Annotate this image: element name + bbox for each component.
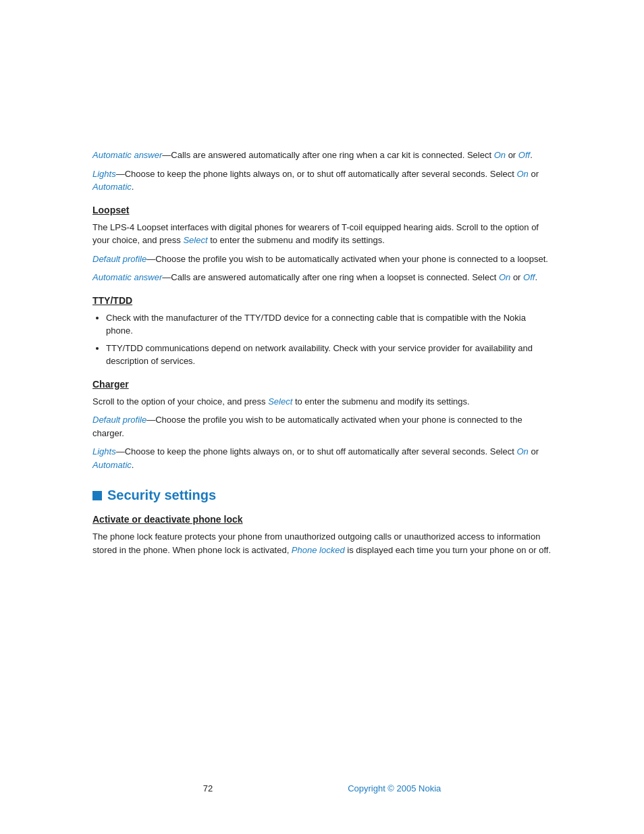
lights-on-1: On	[516, 169, 528, 179]
loopset-heading: Loopset	[92, 205, 552, 215]
charger-intro-para: Scroll to the option of your choice, and…	[92, 395, 552, 409]
lights-text-1: —Choose to keep the phone lights always …	[116, 169, 517, 179]
charger-lights-automatic: Automatic	[92, 460, 132, 470]
charger-intro2-text: to enter the submenu and modify its sett…	[292, 396, 469, 407]
auto-answer-text-1: —Calls are answered automatically after …	[162, 150, 493, 160]
loopset-auto-answer-on: On	[499, 272, 510, 282]
loopset-auto-answer-off: Off	[523, 272, 535, 282]
lights-or-1: or	[529, 169, 539, 179]
tty-tdd-list: Check with the manufacturer of the TTY/T…	[106, 311, 552, 368]
charger-default-profile-text: —Choose the profile you wish to be autom…	[92, 415, 522, 438]
loopset-auto-answer-label: Automatic answer	[92, 272, 162, 282]
lights-label-1: Lights	[92, 169, 116, 179]
page: Automatic answer—Calls are answered auto…	[0, 0, 644, 834]
loopset-body: The LPS-4 Loopset interfaces with digita…	[92, 221, 552, 247]
loopset-select-link: Select	[183, 235, 207, 245]
lights-end-1: .	[132, 182, 134, 192]
charger-select-link: Select	[268, 396, 292, 407]
loopset-default-profile-para: Default profile—Choose the profile you w…	[92, 253, 552, 266]
charger-heading: Charger	[92, 379, 552, 390]
charger-default-profile-label: Default profile	[92, 415, 146, 425]
charger-lights-on: On	[516, 446, 528, 457]
automatic-answer-para-1: Automatic answer—Calls are answered auto…	[92, 149, 552, 162]
phone-locked-link: Phone locked	[292, 545, 345, 555]
tty-tdd-bullet-2: TTY/TDD communications depend on network…	[106, 342, 552, 368]
charger-intro-text: Scroll to the option of your choice, and…	[92, 396, 268, 407]
auto-answer-on-1: On	[494, 150, 506, 160]
security-settings-section: Security settings	[92, 488, 552, 503]
charger-lights-label: Lights	[92, 446, 116, 457]
loopset-auto-answer-text: —Calls are answered automatically after …	[162, 272, 499, 282]
tty-tdd-heading: TTY/TDD	[92, 295, 552, 306]
page-number: 72	[203, 783, 213, 793]
tty-tdd-bullet-1: Check with the manufacturer of the TTY/T…	[106, 311, 552, 338]
content-area: Automatic answer—Calls are answered auto…	[92, 0, 552, 616]
loopset-default-profile-text: —Choose the profile you wish to be autom…	[146, 254, 548, 264]
lights-para-1: Lights—Choose to keep the phone lights a…	[92, 167, 552, 194]
auto-answer-off-1: Off	[518, 150, 530, 160]
copyright-text: Copyright © 2005 Nokia	[348, 783, 441, 793]
auto-answer-or-1: or	[506, 150, 518, 160]
security-settings-heading: Security settings	[107, 488, 216, 503]
security-square-icon	[92, 491, 102, 500]
loopset-auto-answer-end: .	[535, 272, 537, 282]
loopset-body2-text: to enter the submenu and modify its sett…	[208, 235, 385, 245]
charger-lights-or: or	[529, 446, 539, 457]
loopset-auto-answer-para: Automatic answer—Calls are answered auto…	[92, 271, 552, 284]
activate-body2-text: is displayed each time you turn your pho…	[345, 545, 551, 555]
charger-lights-end: .	[132, 460, 134, 470]
automatic-answer-label-1: Automatic answer	[92, 150, 162, 160]
charger-lights-text: —Choose to keep the phone lights always …	[116, 446, 517, 457]
lights-automatic-1: Automatic	[92, 182, 132, 192]
charger-lights-para: Lights—Choose to keep the phone lights a…	[92, 445, 552, 471]
activate-deactivate-heading: Activate or deactivate phone lock	[92, 514, 552, 525]
loopset-auto-answer-or: or	[510, 272, 523, 282]
loopset-default-profile-label: Default profile	[92, 254, 146, 264]
charger-default-profile-para: Default profile—Choose the profile you w…	[92, 413, 552, 440]
auto-answer-end-1: .	[530, 150, 533, 160]
footer: 72 Copyright © 2005 Nokia	[0, 783, 644, 793]
activate-deactivate-body: The phone lock feature protects your pho…	[92, 530, 552, 556]
